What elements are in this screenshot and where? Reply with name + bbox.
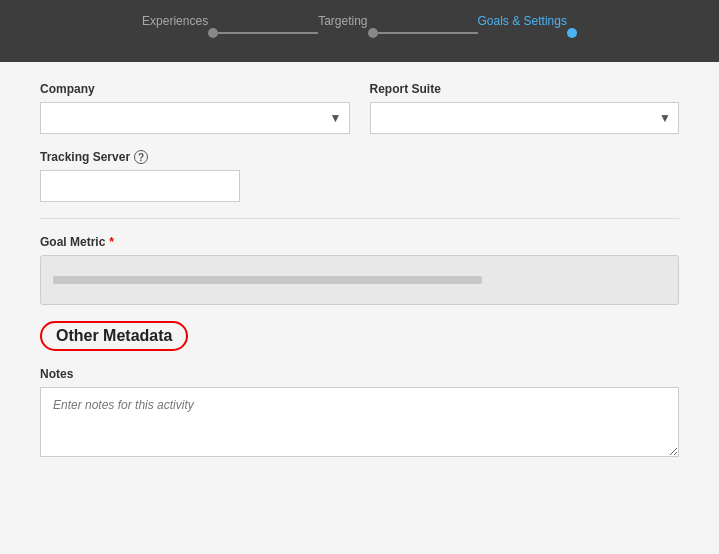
goal-metric-required: * [109, 235, 114, 249]
tracking-server-group: Tracking Server ? [40, 150, 240, 202]
other-metadata-section: Other Metadata [40, 321, 679, 351]
company-label: Company [40, 82, 350, 96]
tracking-server-input[interactable] [40, 170, 240, 202]
other-metadata-label: Other Metadata [40, 321, 188, 351]
goal-metric-row[interactable] [40, 255, 679, 305]
main-content: Company ▼ Report Suite ▼ Tracking Server [0, 62, 719, 480]
tracking-server-help-icon[interactable]: ? [134, 150, 148, 164]
step-line-1 [218, 32, 318, 34]
company-report-row: Company ▼ Report Suite ▼ [40, 82, 679, 134]
company-select-wrapper: ▼ [40, 102, 350, 134]
step-goals-label: Goals & Settings [478, 14, 567, 28]
step-experiences[interactable]: Experiences [142, 14, 208, 34]
step-goals-settings[interactable]: Goals & Settings [478, 14, 567, 34]
goal-metric-section: Goal Metric* [40, 235, 679, 305]
connector-3 [567, 28, 577, 38]
report-suite-group: Report Suite ▼ [370, 82, 680, 134]
goal-metric-blurred-content [53, 276, 482, 284]
tracking-server-label: Tracking Server ? [40, 150, 240, 164]
step-experiences-label: Experiences [142, 14, 208, 28]
top-nav: Experiences Targeting Goals & Settings [0, 0, 719, 62]
company-group: Company ▼ [40, 82, 350, 134]
notes-label: Notes [40, 367, 679, 381]
step-dot-experiences [208, 28, 218, 38]
step-targeting-label: Targeting [318, 14, 367, 28]
step-dot-targeting [368, 28, 378, 38]
steps-container: Experiences Targeting Goals & Settings [142, 10, 577, 38]
report-suite-select-wrapper: ▼ [370, 102, 680, 134]
connector-1 [208, 28, 318, 38]
section-divider [40, 218, 679, 219]
report-suite-select[interactable] [370, 102, 680, 134]
company-select[interactable] [40, 102, 350, 134]
step-targeting[interactable]: Targeting [318, 14, 367, 34]
goal-metric-label: Goal Metric* [40, 235, 679, 249]
report-suite-label: Report Suite [370, 82, 680, 96]
connector-2 [368, 28, 478, 38]
notes-textarea[interactable] [40, 387, 679, 457]
tracking-server-row: Tracking Server ? [40, 150, 679, 202]
step-dot-goals [567, 28, 577, 38]
notes-section: Notes [40, 367, 679, 460]
step-line-2 [378, 32, 478, 34]
